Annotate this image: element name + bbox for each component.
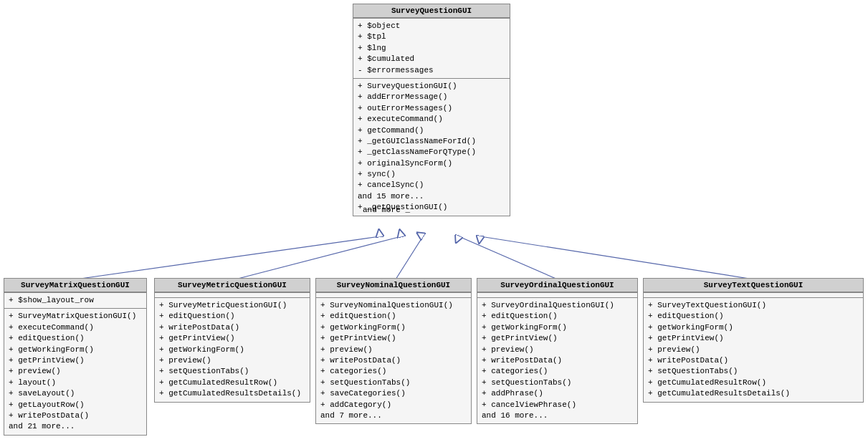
svg-line-3 [396,236,423,279]
class-survey-question-gui: SurveyQuestionGUI + $object + $tpl + $ln… [353,4,510,216]
class-attributes-text [644,292,863,297]
class-header-nominal: SurveyNominalQuestionGUI [316,279,471,292]
svg-line-5 [480,236,754,279]
class-survey-nominal-question-gui: SurveyNominalQuestionGUI + SurveyNominal… [315,278,472,424]
svg-line-1 [75,236,380,279]
class-header-matrix: SurveyMatrixQuestionGUI [4,279,146,292]
class-header-ordinal: SurveyOrdinalQuestionGUI [477,279,637,292]
class-methods-nominal: + SurveyNominalQuestionGUI() + editQuest… [316,297,471,423]
class-survey-metric-question-gui: SurveyMetricQuestionGUI + SurveyMetricQu… [154,278,310,403]
class-attributes-metric [155,292,310,297]
class-methods-matrix: + SurveyMatrixQuestionGUI() + executeCom… [4,308,146,434]
class-attributes-matrix: + $show_layout_row [4,292,146,308]
class-header-survey-question-gui: SurveyQuestionGUI [353,4,510,18]
class-survey-matrix-question-gui: SurveyMatrixQuestionGUI + $show_layout_r… [4,278,147,436]
class-header-text: SurveyTextQuestionGUI [644,279,863,292]
class-methods-metric: + SurveyMetricQuestionGUI() + editQuesti… [155,297,310,402]
class-methods-text: + SurveyTextQuestionGUI() + editQuestion… [644,297,863,402]
and-more-label: and more _ [363,206,410,214]
svg-line-2 [235,236,401,279]
class-attributes-survey-question-gui: + $object + $tpl + $lng + $cumulated - $… [353,18,510,78]
class-survey-ordinal-question-gui: SurveyOrdinalQuestionGUI + SurveyOrdinal… [477,278,638,424]
class-methods-ordinal: + SurveyOrdinalQuestionGUI() + editQuest… [477,297,637,423]
class-attributes-nominal [316,292,471,297]
diagram-container: SurveyQuestionGUI + $object + $tpl + $ln… [0,0,868,447]
svg-line-4 [459,236,558,279]
class-header-metric: SurveyMetricQuestionGUI [155,279,310,292]
class-attributes-ordinal [477,292,637,297]
class-methods-survey-question-gui: + SurveyQuestionGUI() + addErrorMessage(… [353,78,510,216]
class-survey-text-question-gui: SurveyTextQuestionGUI + SurveyTextQuesti… [643,278,864,403]
